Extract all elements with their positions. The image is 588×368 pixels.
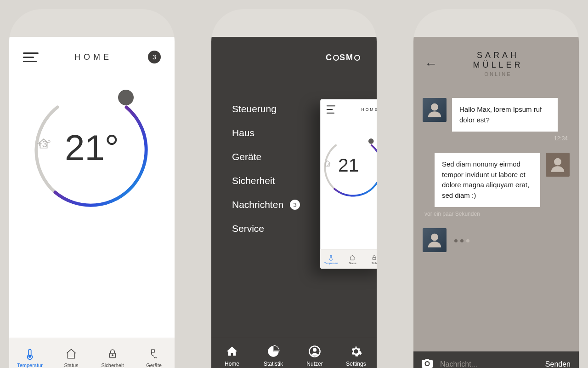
nav-nutzer[interactable]: Nutzer: [294, 337, 335, 368]
drawer-sicherheit[interactable]: Sicherheit: [232, 175, 300, 186]
temperature-dial[interactable]: +3° 21°: [28, 86, 156, 215]
svg-point-0: [29, 355, 31, 357]
bottom-tabs: Temperatur Status Sicherheit Geräte: [9, 338, 175, 368]
message-outgoing: Sed diam nonumy eirmod tempor invidunt u…: [423, 153, 570, 207]
nav-settings[interactable]: Settings: [335, 337, 377, 368]
page-title: HOME: [361, 107, 377, 112]
drawer-geraete[interactable]: Geräte: [232, 151, 300, 162]
svg-point-7: [554, 158, 561, 166]
message-input[interactable]: [440, 360, 538, 368]
page-title: HOME: [74, 52, 112, 62]
drawer-steuerung[interactable]: Steuerung: [232, 104, 300, 115]
svg-point-2: [112, 354, 113, 356]
tab-status[interactable]: Status: [51, 338, 92, 368]
compose-bar: Senden: [413, 351, 579, 368]
avatar[interactable]: [423, 98, 447, 122]
message-incoming: Hallo Max, lorem Ipsum ruf dolor est?: [423, 98, 570, 132]
message-bubble: Hallo Max, lorem Ipsum ruf dolor est?: [452, 98, 558, 132]
nav-statistik[interactable]: Statistik: [253, 337, 294, 368]
message-bubble: Sed diam nonumy eirmod tempor invidunt u…: [435, 153, 540, 207]
nav-drawer: Steuerung Haus Geräte Sicherheit Nachric…: [232, 104, 300, 234]
svg-rect-3: [373, 257, 376, 259]
menu-icon[interactable]: [23, 52, 39, 62]
svg-point-8: [431, 234, 438, 241]
brand-logo: CSM: [326, 53, 361, 63]
drawer-nachrichten[interactable]: Nachrichten 3: [232, 199, 300, 210]
svg-point-6: [431, 104, 438, 111]
avatar[interactable]: [423, 228, 447, 252]
menu-icon: [327, 105, 335, 113]
screen-preview-card[interactable]: HOME +3° 21 Temperatur: [320, 99, 377, 269]
avatar[interactable]: [546, 153, 570, 177]
drawer-badge: 3: [290, 200, 300, 210]
brand-o-icon: [333, 55, 339, 61]
chat-contact-name: SARAH MÜLLER: [460, 51, 536, 70]
drawer-service[interactable]: Service: [232, 223, 300, 234]
chat-contact-status: ONLINE: [460, 71, 536, 77]
brand-o-icon: [354, 55, 360, 61]
tab-sicherheit[interactable]: Sicherheit: [92, 338, 133, 368]
nav-home[interactable]: Home: [211, 337, 253, 368]
typing-indicator: [423, 228, 570, 252]
temperature-value: 21°: [28, 127, 156, 169]
bottom-nav: Home Statistik Nutzer Settings: [211, 337, 377, 368]
camera-icon[interactable]: [422, 359, 433, 368]
drawer-haus[interactable]: Haus: [232, 127, 300, 138]
tab-temperatur[interactable]: Temperatur: [9, 338, 51, 368]
send-button[interactable]: Senden: [545, 360, 571, 368]
message-time: 12:34: [423, 135, 568, 142]
back-button[interactable]: ←: [424, 57, 437, 71]
typing-dots-icon: [453, 236, 471, 244]
message-time: vor ein paar Sekunden: [424, 211, 570, 217]
notification-badge[interactable]: 3: [148, 51, 161, 63]
svg-point-5: [313, 348, 317, 351]
tab-geraete[interactable]: Geräte: [133, 338, 175, 368]
dial-knob[interactable]: [118, 90, 134, 105]
